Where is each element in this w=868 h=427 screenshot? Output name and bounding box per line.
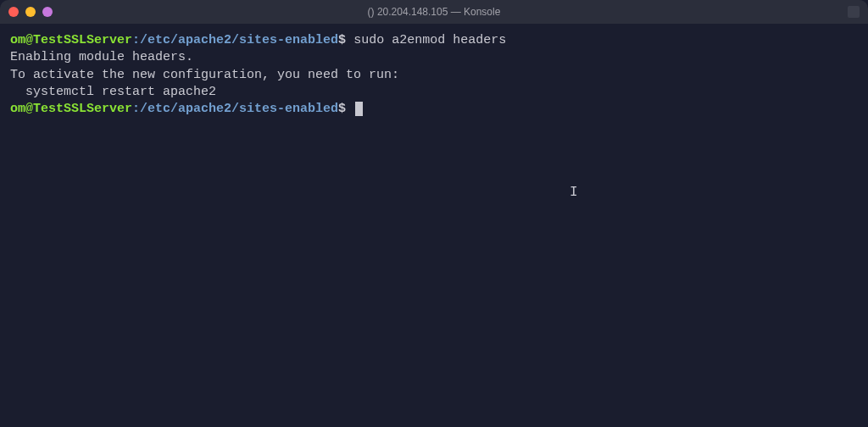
prompt-colon: : (132, 102, 140, 116)
prompt-user-host: om@TestSSLServer (10, 33, 132, 47)
prompt-colon: : (132, 33, 140, 47)
maximize-icon[interactable] (42, 7, 53, 17)
prompt-path: /etc/apache2/sites-enabled (140, 102, 338, 116)
terminal-output: Enabling module headers. (10, 49, 858, 66)
terminal-line: om@TestSSLServer:/etc/apache2/sites-enab… (10, 101, 858, 118)
prompt-dollar: $ (338, 102, 346, 116)
terminal-output: systemctl restart apache2 (10, 84, 858, 101)
prompt-dollar: $ (338, 33, 346, 47)
prompt-user-host: om@TestSSLServer (10, 102, 132, 116)
prompt-path: /etc/apache2/sites-enabled (140, 33, 338, 47)
traffic-lights (8, 7, 53, 17)
expand-icon[interactable] (848, 6, 860, 18)
block-cursor (355, 102, 363, 116)
terminal-area[interactable]: om@TestSSLServer:/etc/apache2/sites-enab… (0, 24, 868, 427)
terminal-output: To activate the new configuration, you n… (10, 67, 858, 84)
terminal-window: () 20.204.148.105 — Konsole om@TestSSLSe… (0, 0, 868, 427)
minimize-icon[interactable] (25, 7, 36, 17)
close-icon[interactable] (8, 7, 19, 17)
terminal-line: om@TestSSLServer:/etc/apache2/sites-enab… (10, 32, 858, 49)
window-title: () 20.204.148.105 — Konsole (368, 6, 501, 18)
command-text: sudo a2enmod headers (353, 33, 506, 47)
titlebar[interactable]: () 20.204.148.105 — Konsole (0, 0, 868, 24)
